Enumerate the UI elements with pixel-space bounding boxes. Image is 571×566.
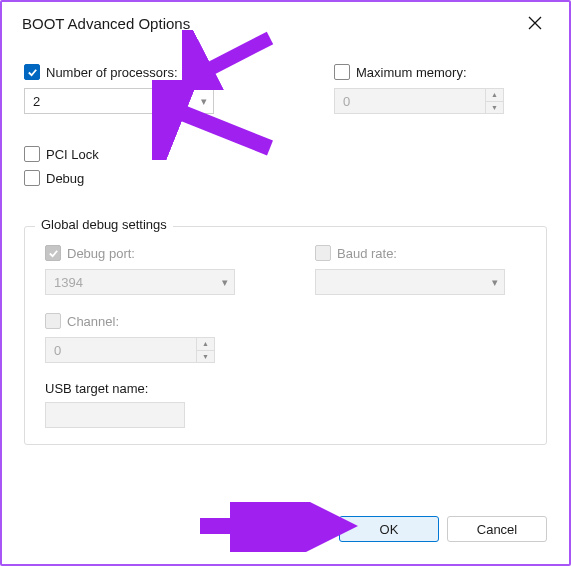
annotation-arrow-icon	[192, 502, 362, 552]
debug-port-combo: 1394 ▾	[45, 269, 235, 295]
check-icon	[27, 67, 38, 78]
debug-port-label: Debug port:	[67, 246, 135, 261]
debug-checkbox[interactable]	[24, 170, 40, 186]
spinner-buttons[interactable]: ▲ ▼	[486, 88, 504, 114]
baud-rate-label: Baud rate:	[337, 246, 397, 261]
boot-advanced-options-dialog: BOOT Advanced Options Number of processo…	[2, 2, 569, 564]
pci-lock-label: PCI Lock	[46, 147, 99, 162]
num-processors-label: Number of processors:	[46, 65, 178, 80]
close-button[interactable]	[515, 3, 555, 43]
chevron-down-icon: ▾	[222, 276, 228, 289]
channel-checkbox	[45, 313, 61, 329]
channel-label: Channel:	[67, 314, 119, 329]
channel-spinner: 0 ▲ ▼	[45, 337, 215, 363]
debug-port-checkbox	[45, 245, 61, 261]
chevron-down-icon: ▾	[201, 95, 207, 108]
baud-rate-checkbox	[315, 245, 331, 261]
max-memory-spinner[interactable]: 0 ▲ ▼	[334, 88, 504, 114]
global-debug-fieldset: Global debug settings Debug port: 1394 ▾	[24, 226, 547, 445]
chevron-down-icon: ▾	[492, 276, 498, 289]
max-memory-checkbox[interactable]	[334, 64, 350, 80]
usb-target-label: USB target name:	[45, 381, 530, 396]
spin-up-icon: ▲	[197, 338, 214, 351]
check-icon	[48, 248, 59, 259]
pci-lock-checkbox[interactable]	[24, 146, 40, 162]
spinner-buttons: ▲ ▼	[197, 337, 215, 363]
cancel-button[interactable]: Cancel	[447, 516, 547, 542]
num-processors-combo[interactable]: 2 ▾	[24, 88, 214, 114]
debug-label: Debug	[46, 171, 84, 186]
titlebar: BOOT Advanced Options	[2, 2, 569, 44]
spin-up-icon[interactable]: ▲	[486, 89, 503, 102]
global-debug-legend: Global debug settings	[35, 217, 173, 232]
usb-target-input	[45, 402, 185, 428]
max-memory-value: 0	[334, 88, 486, 114]
baud-rate-combo: ▾	[315, 269, 505, 295]
max-memory-label: Maximum memory:	[356, 65, 467, 80]
debug-port-value: 1394	[54, 275, 83, 290]
ok-button[interactable]: OK	[339, 516, 439, 542]
window-title: BOOT Advanced Options	[22, 15, 190, 32]
spin-down-icon: ▼	[197, 351, 214, 363]
dialog-buttons: OK Cancel	[339, 516, 547, 542]
close-icon	[528, 16, 542, 30]
num-processors-checkbox[interactable]	[24, 64, 40, 80]
channel-value: 0	[45, 337, 197, 363]
content-area: Number of processors: 2 ▾ PCI Lock Debug	[2, 44, 569, 445]
spin-down-icon[interactable]: ▼	[486, 102, 503, 114]
num-processors-value: 2	[33, 94, 40, 109]
